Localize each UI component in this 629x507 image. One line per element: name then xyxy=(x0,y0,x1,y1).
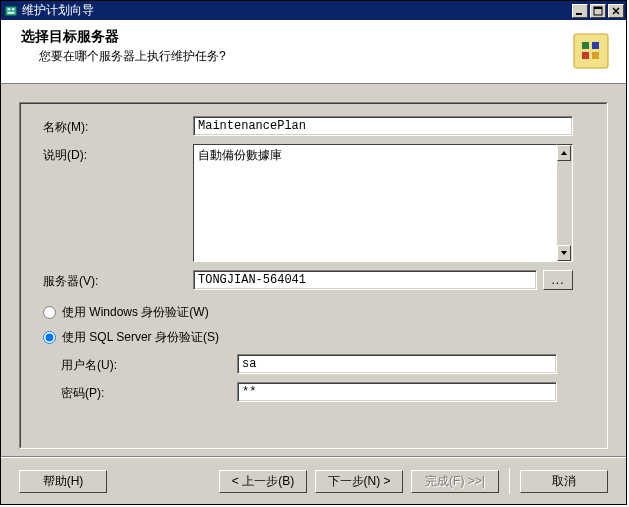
svg-rect-10 xyxy=(582,52,589,59)
svg-rect-6 xyxy=(594,7,602,9)
cancel-button[interactable]: 取消 xyxy=(520,470,608,493)
svg-rect-1 xyxy=(8,8,11,10)
window-title: 维护计划向导 xyxy=(22,2,572,19)
minimize-button[interactable] xyxy=(572,4,588,18)
auth-windows-radio[interactable] xyxy=(43,306,56,319)
scroll-up-icon[interactable] xyxy=(557,145,571,161)
wizard-header-text: 选择目标服务器 您要在哪个服务器上执行维护任务? xyxy=(21,28,226,65)
auth-sql-radio[interactable] xyxy=(43,331,56,344)
username-label: 用户名(U): xyxy=(47,354,237,374)
svg-rect-8 xyxy=(582,42,589,49)
svg-rect-3 xyxy=(8,11,15,13)
svg-rect-0 xyxy=(6,6,17,15)
description-label: 说明(D): xyxy=(43,144,193,164)
textarea-scrollbar[interactable] xyxy=(557,144,573,262)
scroll-down-icon[interactable] xyxy=(557,245,571,261)
svg-rect-4 xyxy=(576,13,582,15)
password-label: 密码(P): xyxy=(47,382,237,402)
description-textarea[interactable]: 自動備份數據庫 xyxy=(193,144,557,262)
help-button[interactable]: 帮助(H) xyxy=(19,470,107,493)
next-button[interactable]: 下一步(N) > xyxy=(315,470,403,493)
back-button[interactable]: < 上一步(B) xyxy=(219,470,307,493)
page-subtitle: 您要在哪个服务器上执行维护任务? xyxy=(39,48,226,65)
wizard-logo-icon xyxy=(570,30,612,72)
wizard-header: 选择目标服务器 您要在哪个服务器上执行维护任务? xyxy=(1,20,626,84)
page-title: 选择目标服务器 xyxy=(21,28,226,46)
form-panel: 名称(M): 说明(D): 自動備份數據庫 xyxy=(19,102,608,449)
close-button[interactable] xyxy=(608,4,624,18)
svg-rect-11 xyxy=(592,52,599,59)
auth-sql-label: 使用 SQL Server 身份验证(S) xyxy=(62,329,219,346)
name-input[interactable] xyxy=(193,116,573,136)
server-input[interactable] xyxy=(193,270,537,290)
name-label: 名称(M): xyxy=(43,116,193,136)
svg-rect-2 xyxy=(12,8,15,10)
browse-server-button[interactable]: ... xyxy=(543,270,573,290)
username-input[interactable] xyxy=(237,354,557,374)
titlebar: 维护计划向导 xyxy=(1,1,626,20)
footer-separator xyxy=(509,468,510,494)
svg-rect-7 xyxy=(574,34,608,68)
wizard-window: 维护计划向导 选择目标服务器 您要在哪个服务器上执行维护任务? xyxy=(0,0,627,505)
app-icon xyxy=(3,3,19,19)
svg-rect-9 xyxy=(592,42,599,49)
password-input[interactable] xyxy=(237,382,557,402)
wizard-footer: 帮助(H) < 上一步(B) 下一步(N) > 完成(F) >>| 取消 xyxy=(1,457,626,504)
auth-sql-row[interactable]: 使用 SQL Server 身份验证(S) xyxy=(43,329,584,346)
auth-windows-label: 使用 Windows 身份验证(W) xyxy=(62,304,209,321)
server-label: 服务器(V): xyxy=(43,270,193,290)
wizard-body: 名称(M): 说明(D): 自動備份數據庫 xyxy=(1,84,626,457)
finish-button[interactable]: 完成(F) >>| xyxy=(411,470,499,493)
auth-windows-row[interactable]: 使用 Windows 身份验证(W) xyxy=(43,304,584,321)
maximize-button[interactable] xyxy=(590,4,606,18)
